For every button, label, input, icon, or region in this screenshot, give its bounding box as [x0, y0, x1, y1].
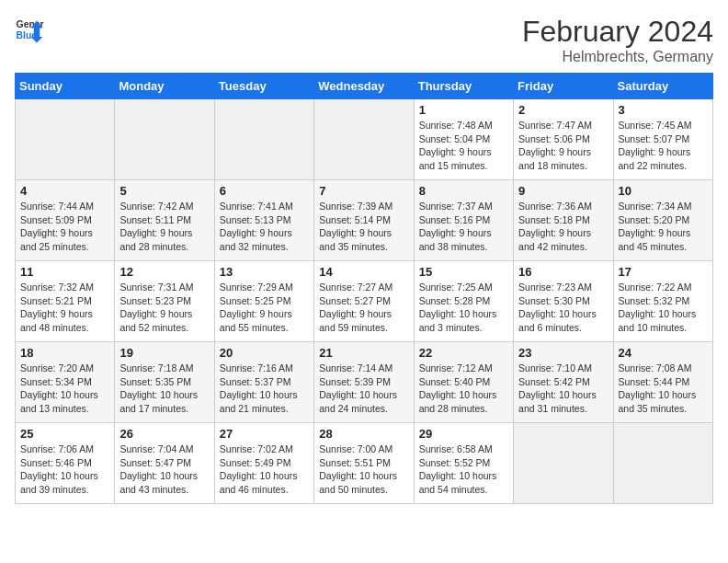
day-number: 7 [319, 184, 408, 198]
week-row-3: 11Sunrise: 7:32 AMSunset: 5:21 PMDayligh… [16, 261, 713, 342]
day-info: Sunrise: 7:10 AMSunset: 5:42 PMDaylight:… [518, 362, 608, 416]
calendar-cell: 26Sunrise: 7:04 AMSunset: 5:47 PMDayligh… [115, 423, 214, 504]
weekday-header-sunday: Sunday [16, 74, 115, 99]
day-number: 21 [319, 346, 408, 360]
calendar-cell [115, 99, 214, 180]
day-number: 23 [518, 346, 608, 360]
day-info: Sunrise: 7:14 AMSunset: 5:39 PMDaylight:… [319, 362, 408, 416]
calendar-cell: 2Sunrise: 7:47 AMSunset: 5:06 PMDaylight… [514, 99, 613, 180]
day-number: 1 [419, 103, 508, 117]
day-info: Sunrise: 7:18 AMSunset: 5:35 PMDaylight:… [119, 362, 209, 416]
calendar-cell: 7Sunrise: 7:39 AMSunset: 5:14 PMDaylight… [314, 180, 414, 261]
day-number: 2 [518, 103, 608, 117]
logo: General Blue [15, 15, 44, 44]
calendar-cell: 13Sunrise: 7:29 AMSunset: 5:25 PMDayligh… [214, 261, 313, 342]
calendar-cell: 25Sunrise: 7:06 AMSunset: 5:46 PMDayligh… [16, 423, 115, 504]
day-info: Sunrise: 7:00 AMSunset: 5:51 PMDaylight:… [319, 442, 408, 497]
weekday-header-wednesday: Wednesday [314, 74, 414, 99]
day-number: 25 [20, 427, 109, 441]
week-row-4: 18Sunrise: 7:20 AMSunset: 5:34 PMDayligh… [16, 342, 713, 423]
day-info: Sunrise: 7:42 AMSunset: 5:11 PMDaylight:… [119, 200, 209, 254]
day-number: 14 [319, 265, 408, 279]
day-info: Sunrise: 7:23 AMSunset: 5:30 PMDaylight:… [518, 281, 608, 335]
month-year-title: February 2024 [522, 15, 713, 49]
calendar-cell: 8Sunrise: 7:37 AMSunset: 5:16 PMDaylight… [414, 180, 513, 261]
day-number: 17 [619, 265, 708, 279]
calendar-cell: 18Sunrise: 7:20 AMSunset: 5:34 PMDayligh… [16, 342, 115, 423]
day-number: 27 [220, 427, 309, 441]
calendar-cell: 11Sunrise: 7:32 AMSunset: 5:21 PMDayligh… [16, 261, 115, 342]
day-number: 20 [220, 346, 309, 360]
day-info: Sunrise: 6:58 AMSunset: 5:52 PMDaylight:… [419, 442, 508, 497]
calendar-cell: 4Sunrise: 7:44 AMSunset: 5:09 PMDaylight… [16, 180, 115, 261]
day-info: Sunrise: 7:45 AMSunset: 5:07 PMDaylight:… [619, 119, 708, 173]
day-number: 10 [619, 184, 708, 198]
calendar-cell: 29Sunrise: 6:58 AMSunset: 5:52 PMDayligh… [414, 423, 513, 504]
day-info: Sunrise: 7:20 AMSunset: 5:34 PMDaylight:… [20, 362, 109, 416]
day-info: Sunrise: 7:04 AMSunset: 5:47 PMDaylight:… [119, 442, 209, 497]
calendar-cell: 19Sunrise: 7:18 AMSunset: 5:35 PMDayligh… [115, 342, 214, 423]
calendar-cell [16, 99, 115, 180]
page-header: General Blue February 2024 Helmbrechts, … [15, 15, 713, 65]
calendar-cell [613, 423, 712, 504]
day-number: 12 [119, 265, 209, 279]
day-number: 16 [518, 265, 608, 279]
day-info: Sunrise: 7:16 AMSunset: 5:37 PMDaylight:… [220, 362, 309, 416]
day-info: Sunrise: 7:34 AMSunset: 5:20 PMDaylight:… [619, 200, 708, 254]
calendar-cell [314, 99, 414, 180]
day-info: Sunrise: 7:29 AMSunset: 5:25 PMDaylight:… [220, 281, 309, 335]
week-row-5: 25Sunrise: 7:06 AMSunset: 5:46 PMDayligh… [16, 423, 713, 504]
day-info: Sunrise: 7:02 AMSunset: 5:49 PMDaylight:… [220, 442, 309, 497]
week-row-1: 1Sunrise: 7:48 AMSunset: 5:04 PMDaylight… [16, 99, 713, 180]
weekday-header-tuesday: Tuesday [214, 74, 313, 99]
calendar-cell: 24Sunrise: 7:08 AMSunset: 5:44 PMDayligh… [613, 342, 712, 423]
location-subtitle: Helmbrechts, Germany [522, 49, 713, 65]
day-info: Sunrise: 7:47 AMSunset: 5:06 PMDaylight:… [518, 119, 608, 173]
day-info: Sunrise: 7:41 AMSunset: 5:13 PMDaylight:… [220, 200, 309, 254]
calendar-table: SundayMondayTuesdayWednesdayThursdayFrid… [15, 73, 713, 504]
day-number: 29 [419, 427, 508, 441]
day-info: Sunrise: 7:06 AMSunset: 5:46 PMDaylight:… [20, 442, 109, 497]
calendar-cell: 21Sunrise: 7:14 AMSunset: 5:39 PMDayligh… [314, 342, 414, 423]
day-info: Sunrise: 7:32 AMSunset: 5:21 PMDaylight:… [20, 281, 109, 335]
calendar-cell: 28Sunrise: 7:00 AMSunset: 5:51 PMDayligh… [314, 423, 414, 504]
weekday-header-monday: Monday [115, 74, 214, 99]
week-row-2: 4Sunrise: 7:44 AMSunset: 5:09 PMDaylight… [16, 180, 713, 261]
day-info: Sunrise: 7:08 AMSunset: 5:44 PMDaylight:… [619, 362, 708, 416]
day-info: Sunrise: 7:39 AMSunset: 5:14 PMDaylight:… [319, 200, 408, 254]
day-number: 9 [518, 184, 608, 198]
calendar-cell: 14Sunrise: 7:27 AMSunset: 5:27 PMDayligh… [314, 261, 414, 342]
calendar-cell: 10Sunrise: 7:34 AMSunset: 5:20 PMDayligh… [613, 180, 712, 261]
day-number: 22 [419, 346, 508, 360]
calendar-cell: 1Sunrise: 7:48 AMSunset: 5:04 PMDaylight… [414, 99, 513, 180]
calendar-cell: 12Sunrise: 7:31 AMSunset: 5:23 PMDayligh… [115, 261, 214, 342]
weekday-header-thursday: Thursday [414, 74, 513, 99]
day-info: Sunrise: 7:27 AMSunset: 5:27 PMDaylight:… [319, 281, 408, 335]
weekday-header-saturday: Saturday [613, 74, 712, 99]
weekday-header-friday: Friday [514, 74, 613, 99]
day-info: Sunrise: 7:44 AMSunset: 5:09 PMDaylight:… [20, 200, 109, 254]
day-number: 24 [619, 346, 708, 360]
day-number: 8 [419, 184, 508, 198]
day-number: 11 [20, 265, 109, 279]
calendar-cell: 3Sunrise: 7:45 AMSunset: 5:07 PMDaylight… [613, 99, 712, 180]
day-number: 26 [119, 427, 209, 441]
day-info: Sunrise: 7:36 AMSunset: 5:18 PMDaylight:… [518, 200, 608, 254]
calendar-cell: 27Sunrise: 7:02 AMSunset: 5:49 PMDayligh… [214, 423, 313, 504]
day-info: Sunrise: 7:22 AMSunset: 5:32 PMDaylight:… [619, 281, 708, 335]
day-number: 15 [419, 265, 508, 279]
calendar-cell [514, 423, 613, 504]
day-info: Sunrise: 7:37 AMSunset: 5:16 PMDaylight:… [419, 200, 508, 254]
day-info: Sunrise: 7:31 AMSunset: 5:23 PMDaylight:… [119, 281, 209, 335]
weekday-header-row: SundayMondayTuesdayWednesdayThursdayFrid… [16, 74, 713, 99]
calendar-cell: 5Sunrise: 7:42 AMSunset: 5:11 PMDaylight… [115, 180, 214, 261]
logo-icon: General Blue [15, 15, 44, 44]
calendar-cell: 15Sunrise: 7:25 AMSunset: 5:28 PMDayligh… [414, 261, 513, 342]
day-number: 6 [220, 184, 309, 198]
calendar-cell: 23Sunrise: 7:10 AMSunset: 5:42 PMDayligh… [514, 342, 613, 423]
day-info: Sunrise: 7:12 AMSunset: 5:40 PMDaylight:… [419, 362, 508, 416]
calendar-cell: 17Sunrise: 7:22 AMSunset: 5:32 PMDayligh… [613, 261, 712, 342]
calendar-cell [214, 99, 313, 180]
calendar-cell: 16Sunrise: 7:23 AMSunset: 5:30 PMDayligh… [514, 261, 613, 342]
day-number: 3 [619, 103, 708, 117]
